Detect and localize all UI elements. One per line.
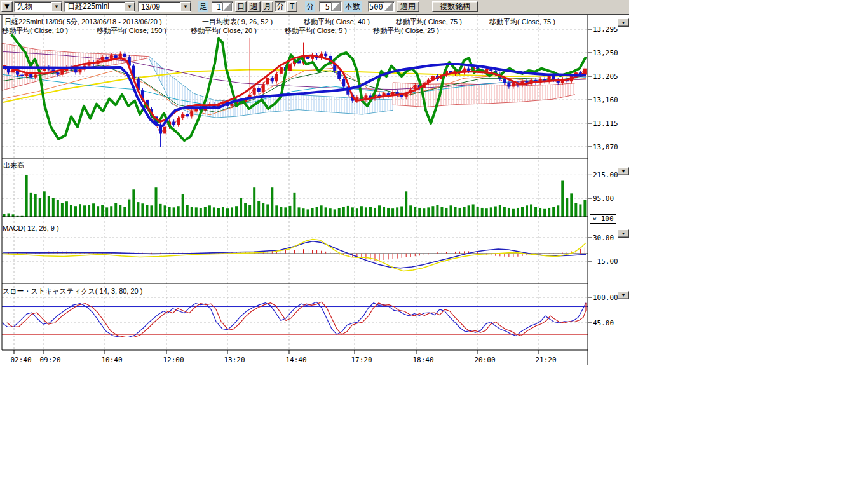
svg-text:20:00: 20:00 — [474, 356, 495, 364]
svg-text:13,115: 13,115 — [593, 119, 618, 128]
symbol-dropdown-value: 日経225mini — [65, 1, 125, 12]
period-week-button[interactable]: 週 — [248, 1, 261, 12]
svg-text:30.00: 30.00 — [593, 234, 614, 242]
svg-text:12:00: 12:00 — [163, 356, 184, 364]
toolbar-menu-dropdown-button[interactable]: ▼ — [1, 1, 13, 12]
svg-text:100.00: 100.00 — [593, 294, 618, 302]
legend-ma10: 移動平均( Close, 10 ) — [2, 26, 68, 36]
multi-symbol-button[interactable]: 複数銘柄 — [432, 1, 478, 12]
svg-text:17:20: 17:20 — [351, 356, 372, 364]
svg-text:13,070: 13,070 — [593, 143, 618, 151]
svg-text:14:40: 14:40 — [285, 356, 306, 364]
svg-text:13,295: 13,295 — [593, 25, 618, 34]
macd-panel-label: MACD( 12, 26, 9 ) — [3, 224, 59, 232]
spinner-icon[interactable] — [384, 2, 393, 11]
minute-label: 分 — [305, 1, 315, 12]
legend-ma25: 移動平均( Close, 25 ) — [373, 26, 439, 36]
bar-count-input[interactable] — [369, 3, 383, 11]
chevron-down-icon[interactable]: ▼ — [125, 2, 135, 11]
legend-ma20: 移動平均( Close, 20 ) — [191, 26, 257, 36]
apply-button[interactable]: 適用 — [397, 1, 419, 12]
ashi-count-input[interactable] — [212, 3, 222, 11]
symbol-dropdown[interactable]: 日経225mini ▼ — [64, 1, 135, 12]
svg-text:13:20: 13:20 — [224, 356, 245, 364]
svg-text:45.00: 45.00 — [593, 319, 614, 327]
spinner-icon[interactable] — [222, 2, 232, 11]
chevron-down-icon[interactable]: ▼ — [51, 2, 62, 11]
legend-ma75b: 移動平均( Close, 75 ) — [489, 17, 555, 27]
period-minute-button[interactable]: 分 — [275, 1, 286, 12]
legend-ma150: 移動平均( Close, 150 ) — [97, 26, 166, 36]
stochastics-axis-dropdown-button[interactable]: ▼ — [618, 291, 629, 299]
svg-text:-15.00: -15.00 — [593, 257, 618, 266]
macd-axis-dropdown-button[interactable]: ▼ — [618, 229, 629, 238]
category-dropdown-value: 先物 — [15, 1, 51, 12]
svg-text:18:40: 18:40 — [412, 356, 433, 364]
contract-dropdown-value: 13/09 — [139, 3, 180, 11]
svg-text:215.00: 215.00 — [593, 171, 618, 179]
period-day-button[interactable]: 日 — [235, 1, 247, 12]
svg-text:13,250: 13,250 — [593, 49, 618, 57]
price-axis-dropdown-button[interactable]: ▼ — [618, 18, 629, 27]
stochastics-panel-label: スロー・ストキャスティクス( 14, 3, 80, 20 ) — [3, 287, 142, 296]
chart-title: 日経225mini 13/09( 5分, 2013/06/18 - 2013/0… — [4, 17, 162, 27]
ashi-count-spinner[interactable] — [212, 1, 233, 12]
spinner-icon[interactable] — [331, 2, 341, 11]
category-dropdown[interactable]: 先物 ▼ — [14, 1, 62, 12]
period-month-button[interactable]: 月 — [262, 1, 273, 12]
chart-area: 13,29513,25013,20513,16013,11513,070215.… — [0, 15, 868, 488]
legend-ma40: 移動平均( Close, 40 ) — [304, 17, 370, 27]
chart-canvas: 13,29513,25013,20513,16013,11513,070215.… — [0, 15, 630, 386]
svg-text:21:20: 21:20 — [535, 356, 556, 364]
svg-text:13,160: 13,160 — [593, 96, 618, 104]
minute-value-spinner[interactable] — [319, 1, 342, 12]
legend-ma75a: 移動平均( Close, 75 ) — [396, 17, 462, 27]
bar-count-spinner[interactable] — [368, 1, 395, 12]
contract-month-dropdown[interactable]: 13/09 ▼ — [138, 1, 191, 12]
legend-ma5: 移動平均( Close, 5 ) — [285, 26, 347, 36]
volume-axis-dropdown-button[interactable]: ▼ — [618, 167, 629, 175]
svg-text:95.00: 95.00 — [593, 194, 614, 203]
volume-unit-label: × 100 — [590, 214, 616, 224]
period-tick-button[interactable]: T — [287, 1, 297, 12]
trading-app-window: ▼ 先物 ▼ 日経225mini ▼ 13/09 ▼ 足 日 週 月 分 T 分… — [0, 0, 868, 488]
ashi-label: 足 — [198, 1, 208, 12]
svg-text:13,205: 13,205 — [593, 72, 618, 81]
svg-text:10:40: 10:40 — [101, 356, 122, 364]
minute-value-input[interactable] — [320, 3, 330, 11]
chevron-down-icon[interactable]: ▼ — [180, 2, 191, 11]
volume-panel-label: 出来高 — [3, 161, 24, 170]
legend-ichimoku: 一目均衡表( 9, 26, 52 ) — [202, 17, 273, 27]
toolbar: ▼ 先物 ▼ 日経225mini ▼ 13/09 ▼ 足 日 週 月 分 T 分… — [0, 0, 629, 15]
svg-text:02:40: 02:40 — [10, 356, 31, 364]
svg-text:09:20: 09:20 — [39, 356, 60, 364]
bar-count-label: 本数 — [344, 1, 362, 12]
